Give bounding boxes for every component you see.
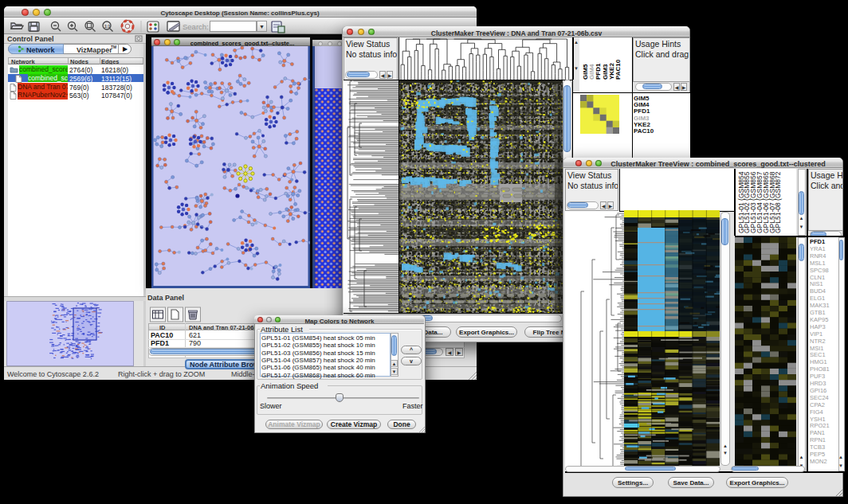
svg-text:1:1: 1:1 — [104, 24, 110, 29]
